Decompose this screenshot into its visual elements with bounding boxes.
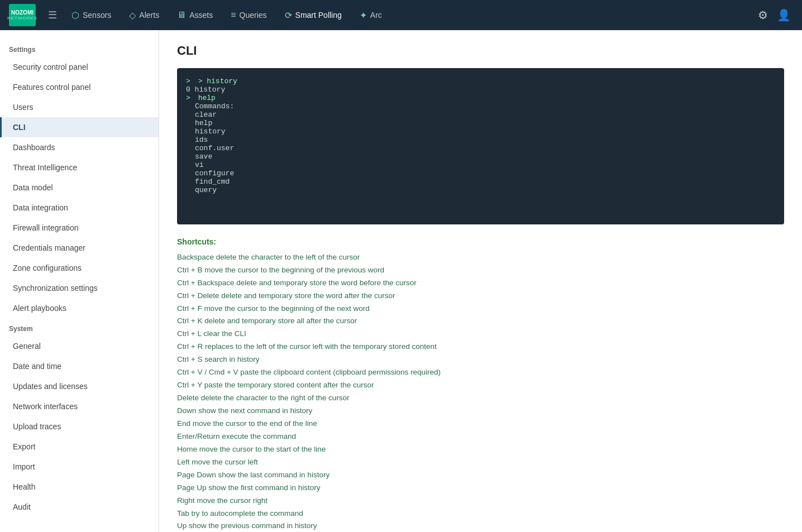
shortcut-item: Ctrl + R replaces to the left of the cur… <box>177 341 784 353</box>
cli-cmd-history: history <box>195 127 775 136</box>
sidebar-item-dashboards[interactable]: Dashboards <box>0 137 159 157</box>
sidebar: Settings Security control panel Features… <box>0 30 159 532</box>
shortcut-item: Ctrl + K delete and temporary store all … <box>177 315 784 328</box>
arc-icon: ✦ <box>360 10 367 21</box>
hamburger-icon[interactable]: ☰ <box>45 6 60 25</box>
cli-cmd-query: query <box>195 186 775 194</box>
shortcut-item: Page Up show the first command in histor… <box>177 482 784 495</box>
shortcut-item: Ctrl + V / Cmd + V paste the clipboard c… <box>177 366 784 379</box>
assets-icon: 🖥 <box>177 10 186 20</box>
shortcut-item: Ctrl + Delete delete and temporary store… <box>177 290 784 303</box>
logo-subtext: NETWORKS <box>7 16 37 21</box>
nav-queries-label: Queries <box>240 11 267 20</box>
cli-cmd-vi: vi <box>195 161 775 169</box>
nav-smart-polling[interactable]: ⟳ Smart Polling <box>278 7 349 24</box>
sidebar-item-network-interfaces[interactable]: Network interfaces <box>0 396 159 416</box>
shortcut-item: Home move the cursor to the start of the… <box>177 443 784 456</box>
shortcuts-title: Shortcuts: <box>177 236 784 249</box>
sidebar-item-data-integration[interactable]: Data integration <box>0 198 159 218</box>
shortcut-item: Tab try to autocomplete the command <box>177 507 784 520</box>
shortcut-item: Ctrl + B move the cursor to the beginnin… <box>177 264 784 277</box>
page-title: CLI <box>177 44 784 58</box>
system-section-label: System <box>0 318 159 336</box>
cli-commands-label: Commands: <box>195 102 234 111</box>
nav-sensors[interactable]: ⬡ Sensors <box>65 7 118 24</box>
cli-cmd-configure: configure <box>195 169 775 178</box>
sidebar-item-firewall-integration[interactable]: Firewall integration <box>0 218 159 238</box>
shortcuts-list: Backspace delete the character to the le… <box>177 251 784 532</box>
shortcut-item: Ctrl + Backspace delete and temporary st… <box>177 277 784 290</box>
cli-cmd-save: save <box>195 152 775 161</box>
nav-assets-label: Assets <box>189 11 213 20</box>
shortcut-item: Left move the cursor left <box>177 456 784 469</box>
shortcut-item: Page Down show the last command in histo… <box>177 469 784 482</box>
alerts-icon: ◇ <box>129 10 136 21</box>
shortcut-item: Delete delete the character to the right… <box>177 392 784 405</box>
cli-cmd-conf-user: conf.user <box>195 144 775 152</box>
sidebar-item-updates-and-licenses[interactable]: Updates and licenses <box>0 376 159 396</box>
sidebar-item-threat-intelligence[interactable]: Threat Intelligence <box>0 157 159 178</box>
cli-line-history-prompt: > > history <box>186 77 775 85</box>
logo-text: NOZOMI <box>7 9 37 16</box>
cli-terminal[interactable]: > > history 0 history > help Commands: c… <box>177 68 784 224</box>
shortcut-item: Ctrl + L clear the CLI <box>177 328 784 341</box>
nav-assets[interactable]: 🖥 Assets <box>170 7 219 23</box>
settings-section-label: Settings <box>0 39 159 57</box>
shortcut-item: Right move the cursor right <box>177 495 784 507</box>
sidebar-item-data-model[interactable]: Data model <box>0 178 159 198</box>
cli-cmd-clear: clear <box>195 111 775 119</box>
sidebar-item-health[interactable]: Health <box>0 477 159 497</box>
sidebar-item-synchronization-settings[interactable]: Synchronization settings <box>0 278 159 298</box>
sidebar-item-users[interactable]: Users <box>0 97 159 117</box>
smart-polling-icon: ⟳ <box>285 10 292 21</box>
sidebar-item-import[interactable]: Import <box>0 457 159 477</box>
settings-icon[interactable]: ⚙ <box>756 6 770 24</box>
cli-line-history-output: 0 history <box>186 85 775 94</box>
nav-smart-polling-label: Smart Polling <box>295 11 342 20</box>
sidebar-item-export[interactable]: Export <box>0 437 159 457</box>
user-icon[interactable]: 👤 <box>775 6 793 24</box>
nav-queries[interactable]: ≡ Queries <box>224 7 273 23</box>
cli-cmd-ids: ids <box>195 136 775 144</box>
logo-box: NOZOMI NETWORKS <box>9 4 36 26</box>
sidebar-item-zone-configurations[interactable]: Zone configurations <box>0 258 159 278</box>
nav-arc[interactable]: ✦ Arc <box>353 7 389 24</box>
nav-sensors-label: Sensors <box>83 11 111 20</box>
shortcut-item: Enter/Return execute the command <box>177 430 784 443</box>
logo[interactable]: NOZOMI NETWORKS <box>9 4 36 26</box>
nav-alerts[interactable]: ◇ Alerts <box>122 7 166 24</box>
sidebar-item-security-control-panel[interactable]: Security control panel <box>0 57 159 77</box>
shortcut-item: Ctrl + S search in history <box>177 353 784 366</box>
sidebar-item-alert-playbooks[interactable]: Alert playbooks <box>0 298 159 318</box>
nav-arc-label: Arc <box>370 11 382 20</box>
nav-alerts-label: Alerts <box>139 11 159 20</box>
sidebar-item-audit[interactable]: Audit <box>0 497 159 517</box>
shortcut-item: Backspace delete the character to the le… <box>177 251 784 264</box>
cli-commands-block: Commands: clear help history ids conf.us… <box>186 102 775 194</box>
queries-icon: ≡ <box>231 10 236 20</box>
sidebar-item-features-control-panel[interactable]: Features control panel <box>0 77 159 97</box>
cli-line-help-prompt: > help <box>186 94 775 102</box>
sidebar-item-upload-traces[interactable]: Upload traces <box>0 416 159 437</box>
shortcut-item: Up show the previous command in history <box>177 520 784 532</box>
cli-cmd-find-cmd: find_cmd <box>195 178 775 186</box>
shortcut-item: End move the cursor to the end of the li… <box>177 418 784 430</box>
shortcut-item: Ctrl + F move the cursor to the beginnin… <box>177 303 784 315</box>
page-layout: Settings Security control panel Features… <box>0 30 802 532</box>
top-navigation: NOZOMI NETWORKS ☰ ⬡ Sensors ◇ Alerts 🖥 A… <box>0 0 802 30</box>
sidebar-item-credentials-manager[interactable]: Credentials manager <box>0 238 159 258</box>
shortcuts-area: Shortcuts: Backspace delete the characte… <box>177 236 784 532</box>
sidebar-item-cli[interactable]: CLI <box>0 117 159 137</box>
sidebar-item-date-and-time[interactable]: Date and time <box>0 356 159 376</box>
shortcut-item: Down show the next command in history <box>177 405 784 418</box>
nav-right-actions: ⚙ 👤 <box>756 6 793 24</box>
shortcut-item: Ctrl + Y paste the temporary stored cont… <box>177 379 784 392</box>
sidebar-item-general[interactable]: General <box>0 336 159 356</box>
cli-cmd-help: help <box>195 119 775 127</box>
main-content: CLI > > history 0 history > help Command… <box>159 30 802 532</box>
sensors-icon: ⬡ <box>71 10 79 21</box>
